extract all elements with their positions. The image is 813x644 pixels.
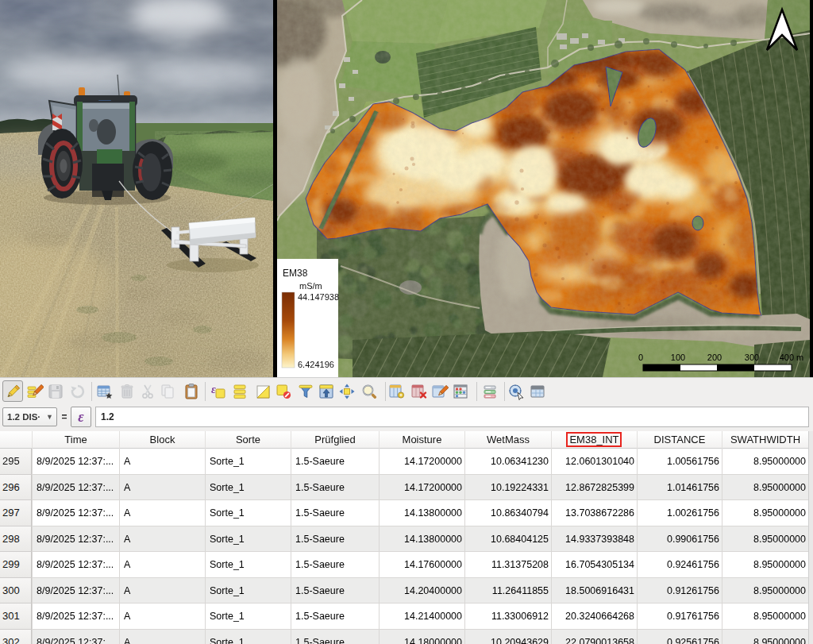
svg-text:100: 100 (671, 353, 685, 362)
svg-text:EM38: EM38 (283, 268, 308, 279)
svg-text:mS/m: mS/m (299, 281, 322, 291)
svg-text:400 m: 400 m (780, 353, 804, 362)
svg-text:ε: ε (211, 384, 216, 395)
svg-text:200: 200 (707, 353, 722, 362)
svg-text:0: 0 (638, 353, 643, 362)
svg-text:44.147938: 44.147938 (298, 292, 339, 302)
svg-text:6.424196: 6.424196 (298, 360, 334, 369)
svg-text:300: 300 (745, 353, 759, 362)
